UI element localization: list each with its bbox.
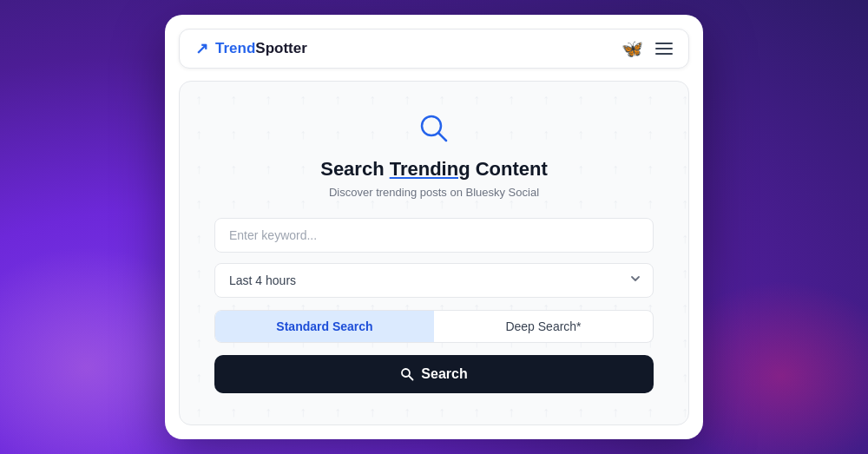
search-button[interactable]: Search [214, 355, 654, 393]
search-btn-icon [400, 367, 414, 381]
search-circle-icon [415, 109, 453, 148]
svg-line-3 [439, 134, 447, 141]
menu-button[interactable] [655, 43, 673, 55]
menu-line-1 [655, 43, 673, 44]
title-prefix: Search [320, 158, 390, 180]
title-trending: Trending [390, 158, 470, 180]
browser-bar: ↗ TrendSpotter 🦋 [179, 29, 689, 69]
standard-search-button[interactable]: Standard Search [215, 311, 434, 342]
trend-icon: ↗ [195, 39, 208, 58]
keyword-input[interactable] [214, 218, 654, 253]
search-type-toggle: Standard Search Deep Search* [214, 310, 654, 343]
inner-card: ↑ Search Trending Content Discover trend… [179, 81, 689, 425]
content-area: Search Trending Content Discover trendin… [214, 109, 654, 393]
brand-logo: ↗ TrendSpotter [195, 39, 307, 58]
butterfly-icon[interactable]: 🦋 [621, 38, 643, 59]
deep-search-button[interactable]: Deep Search* [434, 311, 653, 342]
brand-spotter-text: Spotter [255, 40, 307, 56]
brand-trend-text: Trend [215, 40, 255, 56]
title-suffix: Content [470, 158, 548, 180]
search-button-label: Search [421, 366, 467, 382]
main-title: Search Trending Content [320, 158, 548, 181]
brand-name: TrendSpotter [215, 40, 307, 57]
browser-actions: 🦋 [621, 38, 673, 59]
time-select-wrapper: Last 4 hours Last 1 hour Last 12 hours L… [214, 263, 654, 298]
menu-line-2 [655, 48, 673, 49]
menu-line-3 [655, 53, 673, 55]
time-select[interactable]: Last 4 hours Last 1 hour Last 12 hours L… [214, 263, 654, 298]
svg-line-5 [409, 376, 413, 380]
outer-card: ↗ TrendSpotter 🦋 ↑ [165, 15, 703, 439]
subtitle: Discover trending posts on Bluesky Socia… [329, 186, 539, 199]
